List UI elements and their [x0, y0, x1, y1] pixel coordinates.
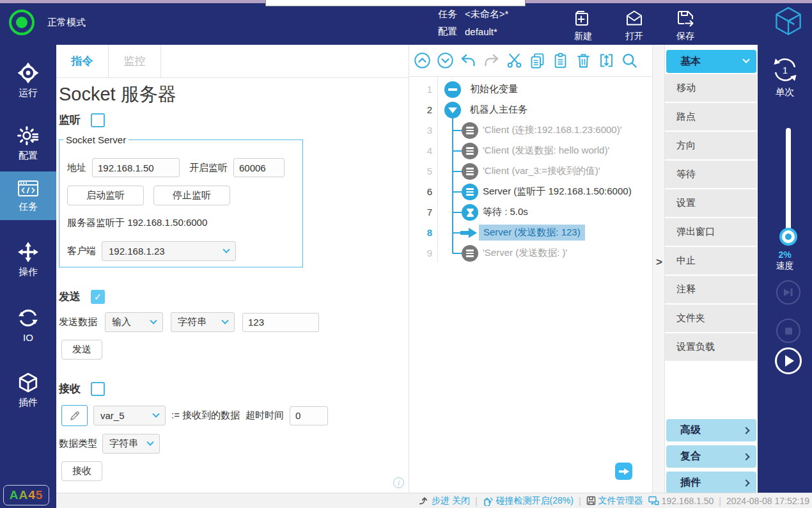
single-count: 1	[782, 65, 787, 75]
send-button[interactable]: 发送	[61, 340, 102, 360]
speed-slider-track[interactable]	[786, 128, 791, 242]
paste-icon[interactable]	[552, 52, 569, 69]
search-icon[interactable]	[621, 52, 638, 69]
tree-row-1[interactable]: 1 初始化变量	[409, 79, 652, 100]
undo-icon[interactable]	[460, 52, 477, 69]
command-item-move[interactable]: 移动	[665, 74, 757, 102]
file-manager-link[interactable]: 文件管理器	[586, 495, 643, 507]
badge-char: A	[19, 488, 28, 502]
send-data-input[interactable]	[242, 313, 319, 332]
command-item-abort[interactable]: 中止	[665, 247, 757, 275]
info-icon[interactable]: i	[393, 477, 404, 488]
sidebar-item-task[interactable]: 任务	[0, 171, 56, 220]
stop-icon	[785, 328, 792, 335]
cube-logo-icon	[774, 5, 803, 38]
category-plugin[interactable]: 插件	[666, 472, 756, 494]
edit-variable-button[interactable]	[61, 405, 88, 426]
send-section-header: 发送 ✓	[59, 289, 105, 304]
line-number: 6	[409, 186, 432, 197]
client-select-value: 192.168.1.23	[109, 246, 165, 257]
listen-checkbox[interactable]	[91, 113, 105, 127]
client-select[interactable]: 192.168.1.23	[102, 241, 236, 261]
category-compound[interactable]: 复合	[666, 445, 756, 468]
brand-logo	[774, 5, 803, 41]
speed-slider-knob[interactable]	[779, 228, 797, 246]
chevron-down-icon	[146, 438, 153, 445]
sidebar-item-run[interactable]: 运行	[0, 56, 56, 105]
command-item-direction[interactable]: 方向	[665, 132, 757, 160]
client-row: 客户端 192.168.1.23	[67, 241, 236, 261]
receive-checkbox[interactable]	[91, 382, 105, 396]
cut-icon[interactable]	[506, 52, 523, 69]
line-number: 7	[409, 207, 432, 218]
category-basic-header[interactable]: 基本	[666, 50, 756, 73]
tab-command[interactable]: 指令	[56, 45, 109, 77]
insert-icon[interactable]	[598, 52, 615, 69]
address-label: 地址	[67, 162, 86, 174]
panel-splitter[interactable]: >	[652, 45, 665, 493]
single-run-toggle[interactable]: 1 单次	[758, 55, 812, 99]
redo-icon[interactable]	[483, 52, 500, 69]
timeout-input[interactable]	[290, 406, 328, 425]
command-item-waypoint[interactable]: 路点	[665, 103, 757, 131]
command-item-folder[interactable]: 文件夹	[665, 305, 757, 333]
listen-row: 监听	[59, 113, 105, 127]
send-source-value: 输入	[112, 316, 131, 328]
robot-mode-indicator[interactable]: 正常模式	[9, 10, 86, 35]
send-checkbox[interactable]: ✓	[91, 290, 105, 304]
tree-row-4[interactable]: 4 'Client (发送数据: hello world)'	[409, 141, 652, 161]
sidebar-item-operate[interactable]: 操作	[0, 235, 56, 284]
send-source-select[interactable]: 输入	[105, 312, 163, 332]
step-forward-button[interactable]	[776, 280, 800, 305]
command-item-comment[interactable]: 注释	[665, 276, 757, 304]
tree-row-9[interactable]: 9 'Server (发送数据: )'	[409, 243, 652, 264]
jump-to-current-button[interactable]	[615, 463, 632, 480]
command-item-set[interactable]: 设置	[665, 189, 757, 218]
new-task-button[interactable]: 新建	[562, 8, 604, 42]
receive-var-row: var_5 := 接收到的数据 超时时间	[61, 405, 328, 426]
sidebar-item-config[interactable]: 配置	[0, 119, 56, 168]
tree-row-6[interactable]: 6 Server (监听于 192.168.1.50:6000)	[409, 182, 652, 202]
address-input[interactable]	[92, 158, 180, 177]
expand-circle-icon[interactable]	[437, 52, 454, 69]
tree-row-5[interactable]: 5 'Client (var_3:=接收到的值)'	[409, 161, 652, 182]
tab-monitor[interactable]: 监控	[109, 45, 161, 77]
copy-icon[interactable]	[529, 52, 546, 69]
step-mode-status[interactable]: 步进 关闭	[419, 495, 470, 507]
expand-panel-icon[interactable]: >	[656, 256, 662, 269]
datatype-value: 字符串	[109, 438, 138, 450]
tree-row-3[interactable]: 3 'Client (连接:192.168.1.23:6000)'	[409, 120, 652, 141]
stop-listen-button[interactable]: 停止监听	[153, 186, 230, 205]
tree-node-label: 初始化变量	[470, 83, 518, 95]
datatype-select[interactable]: 字符串	[102, 434, 160, 454]
tree-row-2[interactable]: 2 机器人主任务	[409, 100, 652, 120]
config-name-value: default*	[465, 26, 497, 37]
send-type-select[interactable]: 字符串	[171, 312, 235, 332]
receive-variable-select[interactable]: var_5	[93, 406, 166, 425]
command-item-popup[interactable]: 弹出窗口	[665, 218, 757, 246]
category-advanced[interactable]: 高级	[666, 419, 756, 441]
command-item-payload[interactable]: 设置负载	[665, 333, 757, 361]
timeout-label: 超时时间	[246, 409, 284, 422]
delete-icon[interactable]	[575, 52, 592, 69]
sidebar-item-label: 任务	[19, 201, 38, 213]
command-item-wait[interactable]: 等待	[665, 161, 757, 189]
sidebar-item-io[interactable]: IO	[0, 301, 56, 349]
program-tree: 1 初始化变量 2 机器人主任务 3 'Client (连接:192.168.1…	[409, 77, 652, 493]
server-status-text: 服务器监听于 192.168.1.50:6000	[67, 217, 207, 229]
receive-button[interactable]: 接收	[61, 461, 102, 481]
port-input[interactable]	[233, 158, 285, 177]
tree-row-7[interactable]: 7 等待 : 5.0s	[409, 202, 652, 223]
collapse-circle-icon[interactable]	[414, 52, 431, 69]
save-task-button[interactable]: 保存	[664, 8, 707, 42]
sidebar-item-plugin[interactable]: 插件	[0, 366, 56, 415]
collision-detection-status[interactable]: 碰撞检测开启(28%)	[483, 495, 574, 507]
play-button[interactable]	[775, 347, 802, 374]
datetime-text: 2024-08-08 17:52:19	[726, 496, 809, 506]
tree-row-8-selected[interactable]: 8 Server (发送数据: 123)	[409, 223, 652, 243]
open-task-button[interactable]: 打开	[613, 8, 655, 42]
start-listen-button[interactable]: 启动监听	[67, 186, 144, 205]
robot-id-badge[interactable]: AA45	[3, 485, 49, 505]
stop-button[interactable]	[776, 319, 800, 343]
socket-server-legend: Socket Server	[63, 134, 129, 145]
